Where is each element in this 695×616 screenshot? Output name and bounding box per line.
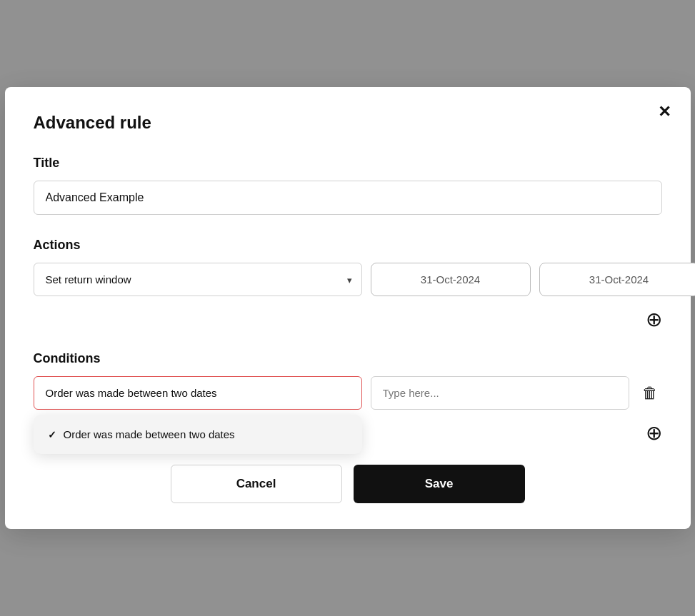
condition-select[interactable]: Order was made between two dates Order t…	[34, 376, 362, 410]
title-section-label: Title	[34, 156, 662, 171]
date-input-1[interactable]	[371, 263, 531, 296]
condition-row: Order was made between two dates Order t…	[34, 376, 662, 410]
add-action-button[interactable]: ⊕	[646, 308, 662, 331]
add-condition-button[interactable]: ⊕	[646, 421, 662, 445]
condition-dropdown-popup: ✓ Order was made between two dates	[34, 415, 362, 454]
condition-text-input[interactable]	[371, 376, 629, 410]
conditions-section-label: Conditions	[34, 351, 662, 366]
date-input-2[interactable]	[539, 263, 696, 296]
plus-circle-icon-condition: ⊕	[646, 421, 662, 445]
conditions-section: Conditions Order was made between two da…	[34, 351, 662, 445]
plus-circle-icon: ⊕	[646, 308, 662, 331]
dropdown-item-selected[interactable]: ✓ Order was made between two dates	[34, 419, 362, 450]
action-row: Set return window Set discount Block ret…	[34, 263, 662, 296]
add-action-row: ⊕	[34, 308, 662, 331]
cancel-button[interactable]: Cancel	[171, 465, 342, 503]
close-button[interactable]: ✕	[655, 101, 674, 123]
modal-title: Advanced rule	[34, 113, 662, 133]
delete-condition-button[interactable]: 🗑	[638, 381, 662, 405]
dropdown-item-label: Order was made between two dates	[64, 428, 235, 440]
save-button[interactable]: Save	[354, 465, 525, 503]
trash-icon-condition: 🗑	[642, 384, 658, 403]
title-input[interactable]	[34, 181, 662, 215]
modal-container: ✕ Advanced rule Title Actions Set return…	[5, 87, 691, 529]
modal-overlay: ✕ Advanced rule Title Actions Set return…	[0, 0, 695, 616]
check-icon: ✓	[48, 429, 56, 440]
actions-section-label: Actions	[34, 238, 662, 253]
action-select-wrapper: Set return window Set discount Block ret…	[34, 263, 362, 296]
footer-row: Cancel Save	[34, 465, 662, 503]
condition-select-wrapper: Order was made between two dates Order t…	[34, 376, 362, 410]
action-select[interactable]: Set return window Set discount Block ret…	[34, 263, 362, 296]
